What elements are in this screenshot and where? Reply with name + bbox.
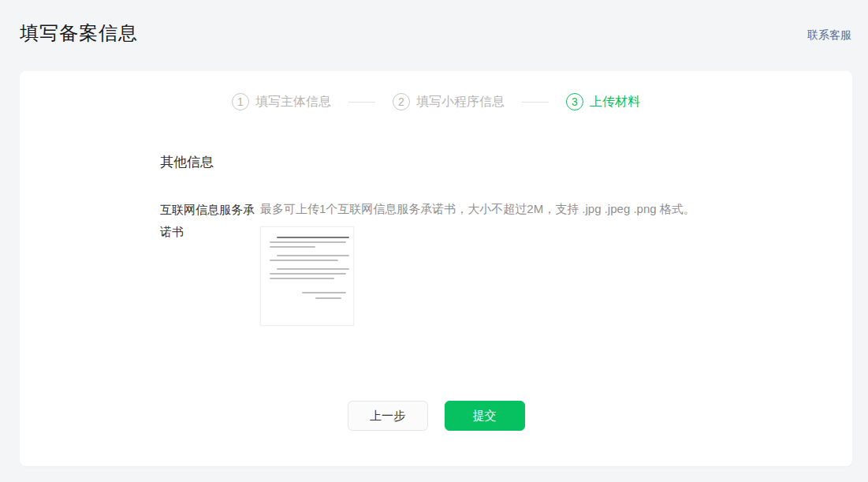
commitment-letter-content: 最多可上传1个互联网信息服务承诺书，大小不超过2M，支持 .jpg .jpeg …: [260, 199, 852, 326]
step-upload-materials: 3 上传材料: [566, 93, 640, 110]
other-info-section: 其他信息 互联网信息服务承诺书 最多可上传1个互联网信息服务承诺书，大小不超过2…: [160, 153, 852, 326]
step-miniprogram-info: 2 填写小程序信息: [393, 93, 505, 110]
upload-requirements-text: 最多可上传1个互联网信息服务承诺书，大小不超过2M，支持 .jpg .jpeg …: [260, 199, 790, 219]
step-connector: [348, 102, 375, 103]
progress-stepper: 1 填写主体信息 2 填写小程序信息 3 上传材料: [20, 71, 852, 110]
commitment-letter-label: 互联网信息服务承诺书: [160, 199, 260, 326]
commitment-letter-field: 互联网信息服务承诺书 最多可上传1个互联网信息服务承诺书，大小不超过2M，支持 …: [160, 199, 852, 326]
submit-button[interactable]: 提交: [445, 401, 525, 431]
contact-service-link[interactable]: 联系客服: [807, 28, 851, 43]
document-scan-lines: [270, 237, 346, 303]
previous-step-button[interactable]: 上一步: [348, 401, 428, 431]
step-3-number-badge: 3: [566, 93, 583, 110]
step-2-number-badge: 2: [393, 93, 410, 110]
filing-card: 1 填写主体信息 2 填写小程序信息 3 上传材料 其他信息 互联网信息服务承诺…: [20, 71, 852, 466]
step-1-number-badge: 1: [232, 93, 249, 110]
step-1-label: 填写主体信息: [255, 94, 331, 110]
step-2-label: 填写小程序信息: [416, 94, 505, 110]
section-title: 其他信息: [160, 153, 852, 171]
page-title: 填写备案信息: [20, 21, 138, 46]
page-header: 填写备案信息 联系客服: [0, 0, 868, 71]
step-3-label: 上传材料: [590, 94, 640, 110]
step-subject-info: 1 填写主体信息: [232, 93, 331, 110]
form-actions: 上一步 提交: [20, 401, 852, 431]
step-connector: [522, 102, 549, 103]
commitment-letter-thumbnail[interactable]: [260, 226, 354, 326]
